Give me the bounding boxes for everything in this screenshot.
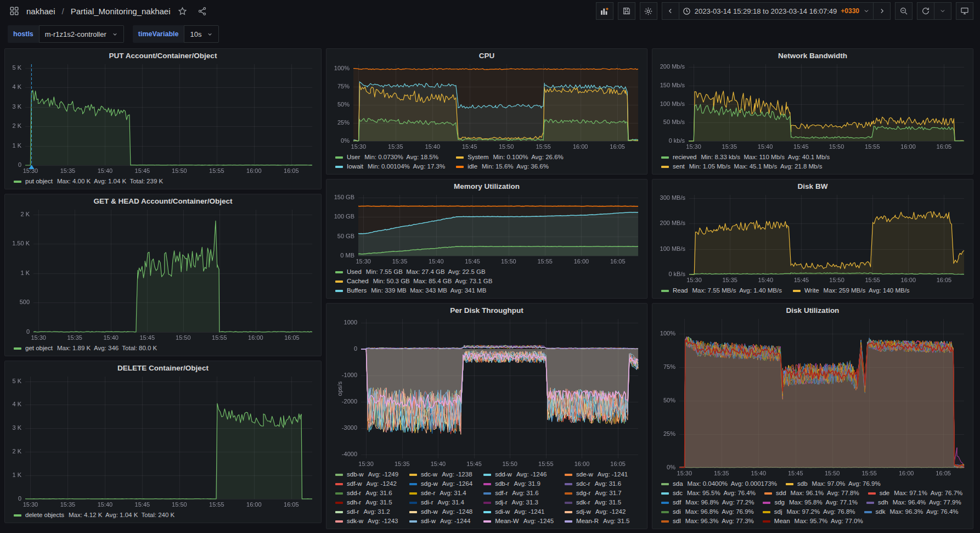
refresh-interval-button[interactable]: [934, 2, 951, 20]
per-disk-throughput-chart-canvas[interactable]: [331, 316, 643, 468]
refresh-button[interactable]: [917, 2, 934, 20]
panel-title[interactable]: Disk Utilization: [657, 306, 968, 315]
chart-plot-area[interactable]: [9, 373, 317, 509]
panel-title[interactable]: Memory Utilization: [331, 182, 643, 190]
legend-item[interactable]: sdc-wAvg: -1238: [409, 470, 472, 479]
save-dashboard-button[interactable]: [618, 2, 635, 20]
chart-plot-area[interactable]: [9, 61, 317, 175]
legend-item[interactable]: sdc-rAvg: 31.6: [565, 479, 629, 489]
star-icon[interactable]: [175, 3, 190, 19]
legend-item[interactable]: CachedMin: 50.3 GB Max: 85.4 GB Avg: 73.…: [335, 277, 492, 286]
legend-item[interactable]: sdj-wAvg: -1242: [565, 507, 629, 517]
share-icon[interactable]: [195, 3, 210, 19]
time-shift-forward-button[interactable]: [873, 2, 891, 20]
legend-item[interactable]: sdf-wAvg: -1242: [335, 479, 398, 489]
legend-item[interactable]: sdbMax: 97.0% Avg: 76.9%: [786, 479, 881, 489]
legend-color-swatch: [661, 492, 669, 495]
panel-title[interactable]: DELETE Container/Object: [9, 364, 317, 372]
legend-item[interactable]: sdl-wAvg: -1244: [409, 517, 472, 526]
legend-item[interactable]: delete objectsMax: 4.12 K Avg: 1.04 K To…: [14, 510, 174, 520]
panel-title[interactable]: GET & HEAD Account/Container/Object: [9, 197, 317, 205]
legend-item[interactable]: sdi-wAvg: -1241: [483, 507, 554, 517]
legend-item[interactable]: sdfMax: 96.8% Avg: 77.2%: [661, 498, 754, 507]
get-chart-canvas[interactable]: [9, 206, 317, 342]
legend-item[interactable]: get objectMax: 1.89 K Avg: 346 Total: 80…: [14, 344, 157, 353]
chart-plot-area[interactable]: [657, 61, 968, 151]
legend-item[interactable]: sde-rAvg: 31.4: [409, 489, 472, 498]
legend-item[interactable]: UsedMin: 7.55 GB Max: 27.4 GB Avg: 22.5 …: [335, 267, 492, 277]
legend-item[interactable]: Mean-RAvg: 31.5: [565, 517, 629, 526]
legend-item[interactable]: sdlMax: 96.3% Avg: 77.3%: [661, 517, 754, 526]
legend-item[interactable]: sdb-rAvg: 31.9: [483, 479, 554, 489]
legend-item[interactable]: sdhMax: 96.4% Avg: 77.9%: [866, 498, 961, 507]
variable-value-dropdown[interactable]: m-r1z1s2-controller: [39, 25, 124, 43]
legend-item[interactable]: sde-wAvg: -1241: [565, 470, 629, 479]
chart-plot-area[interactable]: [331, 192, 643, 266]
legend-item[interactable]: WriteMax: 259 MB/s Avg: 140 MB/s: [793, 286, 910, 295]
dashboard-grid: PUT Account/Container/Object put objectM…: [0, 46, 980, 533]
legend-color-swatch: [793, 290, 801, 292]
network-chart-canvas[interactable]: [657, 61, 968, 151]
legend-item[interactable]: sdg-rAvg: 31.7: [565, 489, 629, 498]
legend-item[interactable]: sdg-wAvg: -1264: [409, 479, 472, 489]
breadcrumb-title[interactable]: Partial_Monitoring_nakhaei: [71, 7, 171, 16]
legend-item[interactable]: UserMin: 0.0730% Avg: 18.5%: [335, 153, 445, 162]
cpu-chart-canvas[interactable]: [331, 61, 643, 151]
panel-title[interactable]: Network Bandwidth: [657, 52, 968, 60]
legend-item[interactable]: sdk-rAvg: 31.5: [565, 498, 629, 507]
legend-item[interactable]: sdb-wAvg: -1249: [335, 470, 398, 479]
time-range-button[interactable]: 2023-03-14 15:29:18 to 2023-03-14 16:07:…: [679, 2, 874, 20]
legend-item[interactable]: sdl-rAvg: 31.2: [335, 507, 398, 517]
variable-value-dropdown[interactable]: 10s: [184, 25, 219, 43]
chart-plot-area[interactable]: [331, 316, 643, 468]
chart-plot-area[interactable]: [9, 206, 317, 342]
legend-item[interactable]: sdiMax: 96.8% Avg: 76.9%: [661, 507, 754, 517]
time-shift-back-button[interactable]: [662, 2, 679, 20]
breadcrumb-folder[interactable]: nakhaei: [26, 7, 55, 16]
panel-title[interactable]: Per Disk Throughput: [331, 306, 643, 315]
legend-item[interactable]: BuffersMin: 339 MB Max: 343 MB Avg: 341 …: [335, 286, 492, 295]
disk-bw-chart-canvas[interactable]: [657, 192, 968, 284]
legend-item[interactable]: put objectMax: 4.00 K Avg: 1.04 K Total:…: [14, 177, 163, 186]
settings-gear-button[interactable]: [640, 2, 657, 20]
kiosk-mode-button[interactable]: [956, 2, 973, 20]
legend-item[interactable]: ReadMax: 7.55 MB/s Avg: 1.40 MB/s: [661, 286, 782, 295]
legend-item[interactable]: SystemMin: 0.100% Avg: 26.6%: [456, 153, 564, 162]
legend-item[interactable]: sdkMax: 96.3% Avg: 76.4%: [864, 507, 959, 517]
chart-plot-area[interactable]: [657, 192, 968, 284]
legend-item[interactable]: sentMin: 1.05 Mb/s Max: 45.1 Mb/s Avg: 2…: [661, 162, 830, 171]
disk-utilization-chart-canvas[interactable]: [657, 316, 968, 478]
add-panel-button[interactable]: [596, 2, 613, 20]
legend-item[interactable]: sdh-rAvg: 31.5: [335, 498, 398, 507]
legend-item[interactable]: sdgMax: 95.8% Avg: 77.1%: [763, 498, 858, 507]
panel-title[interactable]: Disk BW: [657, 182, 968, 190]
legend-item[interactable]: sddMax: 96.1% Avg: 77.8%: [764, 489, 859, 498]
delete-chart-canvas[interactable]: [9, 373, 317, 509]
legend-item[interactable]: sdf-rAvg: 31.6: [483, 489, 554, 498]
legend-item[interactable]: idleMin: 15.6% Avg: 36.6%: [456, 162, 564, 171]
chart-plot-area[interactable]: [657, 316, 968, 478]
legend-item[interactable]: Mean-WAvg: -1245: [483, 517, 554, 526]
legend-item[interactable]: sdk-wAvg: -1243: [335, 517, 398, 526]
legend-item[interactable]: sdj-rAvg: 31.3: [483, 498, 554, 507]
zoom-out-button[interactable]: [895, 2, 913, 20]
chart-plot-area[interactable]: [331, 61, 643, 151]
put-chart-canvas[interactable]: [9, 61, 317, 175]
memory-chart-canvas[interactable]: [331, 192, 643, 266]
legend-item[interactable]: sdcMax: 95.5% Avg: 76.4%: [661, 489, 756, 498]
legend-item[interactable]: sdh-wAvg: -1248: [409, 507, 472, 517]
legend-item[interactable]: recievedMin: 8.33 kb/s Max: 110 Mb/s Avg…: [661, 153, 830, 162]
legend-item[interactable]: IowaitMin: 0.00104% Avg: 17.3%: [335, 162, 445, 171]
legend-item[interactable]: sdjMax: 97.2% Avg: 76.8%: [763, 507, 855, 517]
legend-item[interactable]: sdd-rAvg: 31.6: [335, 489, 398, 498]
legend-item[interactable]: sdd-wAvg: -1246: [483, 470, 554, 479]
legend-item[interactable]: sdaMax: 0.0400% Avg: 0.000173%: [661, 479, 777, 489]
panel-title[interactable]: CPU: [331, 52, 643, 60]
apps-grid-icon[interactable]: [7, 3, 22, 19]
legend-item[interactable]: sdi-rAvg: 31.4: [409, 498, 472, 507]
legend-color-swatch: [409, 492, 417, 495]
legend-item[interactable]: MeanMax: 95.7% Avg: 77.0%: [763, 517, 863, 526]
legend-color-swatch: [565, 520, 572, 523]
legend-item[interactable]: sdeMax: 97.1% Avg: 76.7%: [868, 489, 963, 498]
panel-title[interactable]: PUT Account/Container/Object: [9, 52, 317, 60]
